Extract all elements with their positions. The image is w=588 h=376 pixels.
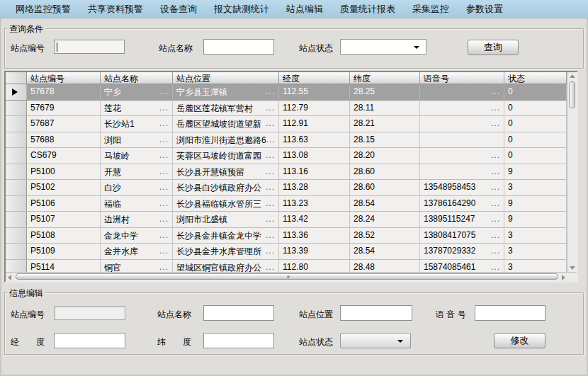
row-selector-cell [6,164,27,181]
station-location-cell: 宁乡县玉潭镇... [173,84,279,101]
horizontal-scrollbar[interactable] [6,272,577,281]
station-id-cell: 57678 [27,84,101,101]
query-station-status-select[interactable] [340,39,426,55]
table-row[interactable]: P5107边洲村...浏阳市北盛镇...113.4228.24138951152… [6,212,567,228]
latitude-cell: 28.24 [350,212,420,228]
voice-number-cell: ... [420,84,504,101]
status-cell: 3 [504,180,567,196]
row-selector-cell [6,180,27,196]
vertical-scroll-thumb[interactable] [569,81,575,108]
station-name-cell: 边洲村... [101,212,173,228]
table-row[interactable]: 57687长沙站1...岳麓区望城坡街道望新...112.9128.21...0 [6,116,567,132]
menu-quality-report[interactable]: 质量统计报表 [332,0,404,18]
station-id-cell: P5114 [27,260,101,273]
header-voice-number[interactable]: 语音号 [420,72,504,84]
station-id-cell: P5108 [27,228,101,244]
longitude-cell: 113.08 [279,148,350,164]
edit-longitude-input[interactable] [54,333,125,348]
voice-number-cell: ... [420,164,504,181]
scroll-right-icon[interactable] [562,275,565,280]
table-row[interactable]: 57679莲花...岳麓区莲花镇军营村...112.7928.11...0 [6,101,567,117]
horizontal-scroll-thumb[interactable] [16,273,558,280]
status-cell: 3 [504,260,567,273]
row-selector-cell [6,148,27,164]
edit-longitude-label: 经 度 [11,336,45,348]
scroll-down-icon[interactable] [570,266,575,270]
status-cell: 0 [504,84,567,101]
latitude-cell: 28.60 [350,164,420,181]
edit-station-location-input[interactable] [340,305,412,321]
row-selector-cell [6,212,27,228]
edit-station-status-select[interactable] [340,333,411,348]
header-row-selector [6,72,27,84]
chevron-down-icon [397,340,403,343]
station-name-cell: 马坡岭... [101,148,173,164]
edit-latitude-input[interactable] [203,333,274,348]
header-status[interactable]: 状态 [504,72,567,84]
station-id-cell: 57688 [27,132,101,149]
menu-station-edit[interactable]: 站点编辑 [278,0,332,18]
table-row[interactable]: P5102白沙...长沙县白沙镇政府办公...113.2828.60135489… [6,180,567,196]
search-button[interactable]: 查询 [468,40,519,55]
table-row[interactable]: P5114铜官...望城区铜官镇政府办公...112.8028.48158740… [6,260,567,273]
station-name-cell: 金井水库... [101,244,173,260]
station-name-cell: 铜官... [101,260,173,273]
table-row[interactable]: P5109金井水库...长沙县金井水库管理所...113.3928.541378… [6,244,567,260]
menu-shared-data-alert[interactable]: 共享资料预警 [79,0,152,18]
header-station-name[interactable]: 站点名称 [101,72,173,84]
header-longitude[interactable]: 经度 [279,72,350,84]
scroll-left-icon[interactable] [8,275,11,280]
table-row[interactable]: CS679马坡岭...芙蓉区马坡岭街道富园...113.0828.20...0 [6,148,567,164]
table-row[interactable]: P5108金龙中学...长沙县金井镇金龙中学...113.3628.521380… [6,228,567,244]
edit-voice-number-input[interactable] [475,305,545,321]
station-table: 站点编号 站点名称 站点位置 经度 纬度 语音号 状态 57678宁乡...宁乡… [4,71,578,283]
menu-device-query[interactable]: 设备查询 [152,0,205,18]
header-latitude[interactable]: 纬度 [350,72,420,84]
edit-station-name-input[interactable] [203,305,274,321]
longitude-cell: 113.28 [279,180,350,196]
table-row[interactable]: 57678宁乡...宁乡县玉潭镇...112.5528.25...0 [6,84,567,101]
edit-station-location-label: 站点位置 [299,309,333,321]
menu-network-monitor-alert[interactable]: 网络监控预警 [7,0,79,18]
station-location-cell: 浏阳市北盛镇... [173,212,279,228]
status-cell: 0 [504,101,567,117]
modify-button[interactable]: 修改 [494,333,545,348]
thumb-grip [287,275,290,278]
edit-group-title: 信息编辑 [7,287,45,300]
latitude-cell: 28.11 [350,101,420,117]
edit-station-id-input [54,306,125,320]
voice-number-cell: ... [420,148,504,164]
menu-message-missing-stats[interactable]: 报文缺测统计 [205,0,278,18]
row-selector-cell [6,101,27,117]
status-cell: 9 [504,212,567,228]
status-cell: 3 [504,244,567,260]
vertical-scrollbar[interactable] [567,72,577,272]
longitude-cell: 113.36 [279,228,350,244]
status-cell: 9 [504,196,567,212]
voice-number-cell [420,132,504,149]
scroll-up-icon[interactable] [570,74,575,78]
station-id-cell: 57687 [27,116,101,132]
voice-number-cell: 13786164290... [420,196,504,212]
longitude-cell: 112.91 [279,116,350,132]
longitude-cell: 112.55 [279,84,350,101]
query-station-name-input[interactable] [203,39,274,55]
table-row[interactable]: 57688浏阳...浏阳市淮川街道思邈路6...113.6328.150 [6,132,567,149]
table-row[interactable]: P5100开慧...长沙县开慧镇预留...113.1628.60...9 [6,164,567,181]
menu-collection-monitor[interactable]: 采集监控 [404,0,458,18]
latitude-cell: 28.48 [350,260,420,273]
status-cell: 0 [504,132,567,149]
status-cell: 3 [504,228,567,244]
table-row[interactable]: P5106福临...长沙县福临镇水管所三...113.2328.54137861… [6,196,567,212]
status-cell: 0 [504,116,567,132]
row-selector-cell [6,244,27,260]
voice-number-cell: 13808417075... [420,228,504,244]
menu-parameter-settings[interactable]: 参数设置 [458,0,511,18]
row-selector-cell [6,260,27,273]
query-station-id-input[interactable] [54,40,125,54]
header-station-id[interactable]: 站点编号 [27,72,101,84]
station-name-cell: 宁乡... [101,84,173,101]
station-location-cell: 望城区铜官镇政府办公... [173,260,279,273]
edit-station-id-label: 站点编号 [11,309,45,321]
header-station-location[interactable]: 站点位置 [173,72,279,84]
